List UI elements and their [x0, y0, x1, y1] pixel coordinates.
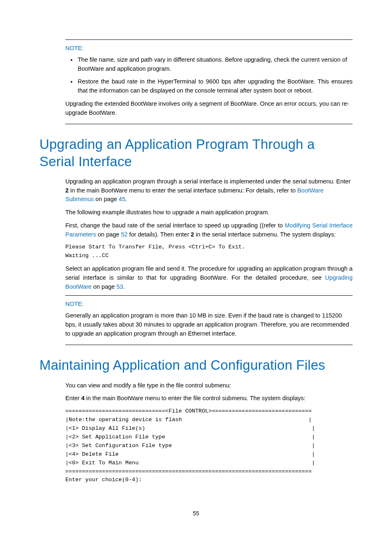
- para-3: First, change the baud rate of the seria…: [65, 221, 353, 239]
- note1-bullet-1: The file name, size and path vary in dif…: [77, 56, 353, 74]
- para-2: The following example illustrates how to…: [65, 208, 353, 217]
- note-block-2: NOTE: Generally an application program i…: [65, 295, 353, 345]
- link-page-53[interactable]: 53: [116, 283, 123, 290]
- para-1: Upgrading an application program through…: [65, 177, 353, 204]
- note1-bullet-2: Restore the baud rate in the HyperTermin…: [77, 77, 353, 95]
- heading-upgrading-serial: Upgrading an Application Program Through…: [39, 136, 353, 170]
- note1-tail: Upgrading the extended BootWare involves…: [65, 100, 353, 118]
- link-page-52[interactable]: 52: [121, 231, 127, 238]
- note2-label: NOTE:: [65, 300, 353, 309]
- section-upgrading-serial: Upgrading an application program through…: [65, 177, 353, 345]
- para-5: You can view and modify a file type in t…: [65, 381, 353, 390]
- section-maintaining-files: You can view and modify a file type in t…: [65, 381, 353, 485]
- link-page-45[interactable]: 45: [119, 196, 125, 202]
- code-block-1: Please Start To Transfer File, Press <Ct…: [65, 243, 353, 260]
- para-6: Enter 4 in the main BootWare menu to ent…: [65, 394, 353, 403]
- note1-label: NOTE:: [65, 44, 353, 53]
- code-block-2: ==============================<File CONT…: [65, 407, 353, 484]
- para-4: Select an application program file and s…: [65, 264, 353, 291]
- note-block-1: NOTE: The file name, size and path vary …: [65, 39, 353, 124]
- heading-maintaining-files: Maintaining Application and Configuratio…: [39, 357, 353, 373]
- note2-text: Generally an application program is more…: [65, 311, 353, 338]
- bold-2-first: 2: [65, 187, 69, 194]
- note1-list: The file name, size and path vary in dif…: [65, 56, 353, 95]
- top-note-wrapper: NOTE: The file name, size and path vary …: [65, 39, 353, 124]
- page-number: 55: [39, 509, 353, 518]
- bold-4: 4: [81, 395, 85, 401]
